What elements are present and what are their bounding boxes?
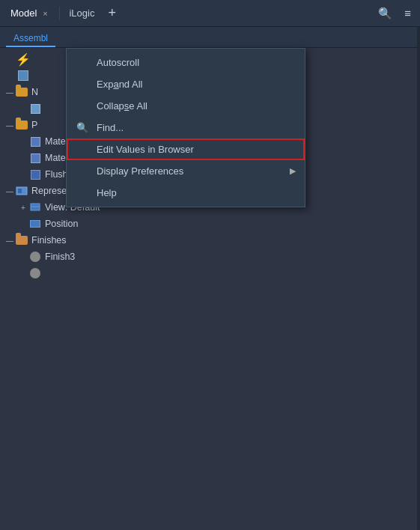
menu-item-collapse-all[interactable]: Collapse All — [67, 95, 305, 117]
mate-icon — [28, 151, 42, 165]
top-bar: Model × iLogic + 🔍 ≡ — [0, 0, 420, 27]
folder-icon — [15, 118, 28, 132]
menu-item-edit-values[interactable]: Edit Values in Browser — [67, 138, 305, 160]
menu-item-autoscroll-label: Autoscroll — [97, 57, 139, 68]
expand-icon[interactable] — [18, 219, 28, 229]
folder-icon — [15, 85, 28, 99]
tree-item-label: N — [31, 87, 38, 97]
menu-item-display-preferences-label: Display Preferences — [97, 165, 183, 177]
sub-tabs: Assembl — [0, 27, 420, 48]
menu-item-edit-values-label: Edit Values in Browser — [97, 144, 194, 155]
context-menu: Autoscroll Expand All Collapse All 🔍 Fin… — [66, 48, 305, 207]
mate-icon — [28, 135, 42, 148]
svg-rect-1 — [18, 189, 22, 193]
menu-item-help-label: Help — [97, 187, 117, 198]
expand-icon[interactable]: — — [4, 186, 15, 196]
menu-item-collapse-all-label: Collapse All — [97, 100, 147, 112]
menu-item-find-label: Find... — [97, 122, 124, 133]
find-search-icon: 🔍 — [76, 121, 89, 135]
expand-icon[interactable]: — — [4, 87, 15, 97]
menu-item-help[interactable]: Help — [67, 182, 305, 204]
sub-tab-assembly-label: Assembl — [13, 33, 48, 43]
expand-icon[interactable] — [6, 54, 16, 64]
menu-item-autoscroll[interactable]: Autoscroll — [67, 52, 305, 73]
finish-icon — [28, 266, 42, 280]
expand-icon[interactable]: + — [18, 202, 28, 213]
tree-item-label: P — [31, 120, 37, 130]
list-item[interactable]: — Finishes — [0, 232, 420, 249]
list-item[interactable]: Position — [0, 216, 420, 232]
tree-item-label: Position — [45, 219, 78, 229]
menu-item-expand-all-label: Expand All — [97, 79, 142, 90]
view-icon — [28, 201, 42, 214]
submenu-arrow-icon: ▶ — [290, 166, 296, 176]
main-content: Assembl ⚡ — — [0, 27, 420, 530]
lightning-icon: ⚡ — [16, 52, 30, 66]
finish-icon — [28, 250, 42, 264]
expand-icon[interactable] — [18, 153, 28, 163]
top-bar-icons: 🔍 ≡ — [375, 5, 414, 22]
expand-icon[interactable] — [18, 169, 28, 180]
tab-ilogic-label: iLogic — [69, 7, 94, 19]
sub-tab-assembly[interactable]: Assembl — [6, 31, 55, 47]
hamburger-menu-icon[interactable]: ≡ — [401, 5, 414, 21]
menu-item-expand-all[interactable]: Expand All — [67, 73, 305, 95]
tab-model[interactable]: Model × — [6, 6, 55, 20]
list-item[interactable]: Finish3 — [0, 249, 420, 265]
resize-handle[interactable] — [417, 27, 420, 530]
tree-item-label: Finish3 — [45, 252, 75, 262]
finishes-folder-icon — [15, 234, 28, 247]
tree-panel: Assembl ⚡ — — [0, 27, 420, 530]
position-icon — [28, 217, 42, 231]
expand-icon[interactable] — [18, 268, 28, 278]
tab-model-label: Model — [10, 7, 37, 19]
expand-icon[interactable]: — — [4, 120, 15, 130]
tab-divider — [59, 7, 60, 20]
component-icon — [16, 69, 30, 82]
search-icon[interactable]: 🔍 — [375, 5, 395, 22]
add-tab-icon: + — [108, 5, 116, 21]
flush-icon — [28, 168, 42, 181]
representations-icon — [15, 184, 28, 198]
menu-item-display-preferences[interactable]: Display Preferences ▶ — [67, 160, 305, 182]
expand-icon[interactable] — [18, 252, 28, 262]
menu-item-find[interactable]: 🔍 Find... — [67, 117, 305, 138]
component-icon — [28, 102, 42, 115]
expand-icon[interactable] — [18, 103, 28, 114]
expand-icon[interactable]: — — [4, 235, 15, 246]
list-item[interactable] — [0, 265, 420, 281]
tree-item-label: Finishes — [31, 235, 67, 246]
expand-icon[interactable] — [6, 70, 16, 81]
tab-ilogic[interactable]: iLogic — [64, 6, 99, 20]
tab-add[interactable]: + — [103, 4, 121, 22]
tab-model-close[interactable]: × — [40, 8, 50, 19]
expand-icon[interactable] — [18, 136, 28, 147]
